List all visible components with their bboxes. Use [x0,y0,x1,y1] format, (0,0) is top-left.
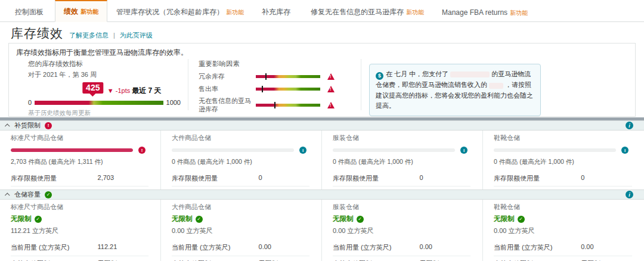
metric-row: 库存限额使用量0 [494,172,632,187]
page-title: 库存绩效 [11,25,63,42]
check-icon: ✓ [35,216,42,223]
ipi-gauge [35,101,163,105]
redacted-amount [450,72,490,77]
factor-slider [256,88,320,91]
gauge-min-label: 0 [28,99,32,106]
unlimited-label: 无限制 [172,215,193,223]
redacted-percent [489,83,503,89]
metric-row: 当前仓储限制无限制 [494,256,632,261]
check-icon: ✓ [357,216,364,223]
column-divider [188,59,188,110]
warning-triangle-icon: ! [327,73,335,80]
check-icon: ✓ [518,216,525,223]
score-delta: ▼ -1pts最近 7 天 [107,85,162,96]
tab-restock-inventory[interactable]: 补充库存 [253,1,302,22]
usage-bar [172,148,294,152]
column-divider [361,59,361,110]
storage-fee-info-box: $在 七月 中，您支付了的亚马逊物流仓储费，即您的亚马逊物流销售收入的，请按照建… [369,64,541,116]
ipi-card: 库存绩效指标用于衡量您管理亚马逊物流库存的效率。 您的库存绩效指标 对于 202… [8,43,636,117]
usage-bar [494,148,616,152]
column-apparel: 服装仓储 i 0 件商品 (最高允许 1,000 件) 库存限额使用量0 最高库… [322,130,483,189]
factor-row: 售出率 ! [199,85,355,94]
column-footwear: 鞋靴仓储 i 0 件商品 (最高允许 1,000 件) 库存限额使用量0 最高库… [483,130,644,189]
info-icon[interactable]: i [626,191,633,198]
column-oversize: 大件商品仓储 i 0 件商品 (最高允许 1,000 件) 库存限额使用量0 最… [161,130,322,189]
metric-row: 当前仓储限制无限制 [333,256,470,261]
volume-value: 0.00 立方英尺 [172,226,309,235]
metric-row: 当前用量 (立方英尺)112.21 [11,240,148,256]
check-icon: ✓ [196,216,203,223]
alert-icon: ! [138,147,145,154]
factors-heading: 重要影响因素 [199,60,355,69]
unlimited-label: 无限制 [494,215,515,223]
column-standard-size: 标准尺寸商品仓储 ! 2,703 件商品 (最高允许 1,311 件) 库存限额… [0,130,161,189]
gauge-max-label: 1000 [166,99,181,106]
volume-value: 0.00 立方英尺 [333,226,470,235]
dollar-circle-icon: $ [376,72,383,80]
unlimited-label: 无限制 [11,215,32,223]
info-icon: i [299,147,306,154]
learn-more-link[interactable]: 了解更多信息 [69,31,109,40]
tab-bar: 控制面板 绩效新功能 管理库存状况（冗余和超龄库存）新功能 补充库存 修复无在售… [0,0,644,22]
info-icon[interactable]: i [626,122,633,129]
metric-row: 当前用量 (立方英尺)0.00 [494,240,632,256]
ipi-description: 库存绩效指标用于衡量您管理亚马逊物流库存的效率。 [16,48,188,58]
slider-marker [274,102,275,108]
unlimited-label: 无限制 [333,215,354,223]
column-oversize: 大件商品仓储 无限制✓ 0.00 立方英尺 当前用量 (立方英尺)0.00 当前… [161,200,322,261]
factor-slider [256,75,320,78]
collapse-caret-icon [5,192,10,197]
tab-dashboard[interactable]: 控制面板 [6,1,55,22]
slider-marker [265,73,267,80]
column-apparel: 服装仓储 无限制✓ 0.00 立方英尺 当前用量 (立方英尺)0.00 当前仓储… [322,200,483,261]
metric-row: 当前用量 (立方英尺)0.00 [333,240,470,256]
volume-value: 112.21 立方英尺 [11,226,148,235]
metric-row: 库存限额使用量2,703 [11,172,148,187]
warning-triangle-icon: ! [327,86,335,92]
factor-slider [256,104,320,107]
metric-row: 库存限额使用量0 [172,172,309,187]
replenishment-columns: 标准尺寸商品仓储 ! 2,703 件商品 (最高允许 1,311 件) 库存限额… [0,130,644,189]
factor-row: 无在售信息的亚马逊库存 ! [199,97,355,114]
tab-manage-fba-returns[interactable]: Manage FBA returns新功能 [433,2,537,22]
check-icon: ✓ [45,191,52,198]
slider-marker [262,86,263,92]
rate-page-link[interactable]: 为此页评级 [120,31,153,40]
delta-down-icon: ▼ -1pts [107,87,130,94]
ipi-score-badge: 425 [82,82,103,94]
page-header: 库存绩效 了解更多信息 | 为此页评级 [11,25,153,42]
factor-row: 冗余库存 ! [199,72,355,81]
column-footwear: 鞋靴仓储 无限制✓ 0.00 立方英尺 当前用量 (立方英尺)0.00 当前仓储… [483,200,644,261]
section-replenishment-header[interactable]: 补货限制 ! i [0,120,644,130]
score-footnote: 基于历史绩效每周更新 [28,109,181,117]
tab-fix-stranded-inventory[interactable]: 修复无在售信息的亚马逊库存新功能 [302,1,433,22]
metric-row: 当前仓储限制无限制 [172,256,309,261]
alert-icon: ! [45,122,52,129]
info-icon: i [460,147,467,154]
link-divider: | [113,32,115,39]
tab-manage-inventory-health[interactable]: 管理库存状况（冗余和超龄库存）新功能 [107,1,253,22]
storage-columns: 标准尺寸商品仓储 无限制✓ 112.21 立方英尺 当前用量 (立方英尺)112… [0,200,644,261]
column-standard-size: 标准尺寸商品仓储 无限制✓ 112.21 立方英尺 当前用量 (立方英尺)112… [0,200,161,261]
metric-row: 当前用量 (立方英尺)0.00 [172,240,309,256]
tab-performance[interactable]: 绩效新功能 [55,0,107,22]
usage-bar [11,148,133,152]
info-icon: i [621,147,628,154]
score-period: 对于 2021 年，第 36 周 [28,70,181,79]
metric-row: 库存限额使用量0 [333,172,470,187]
collapse-caret-icon [5,123,10,128]
usage-bar [333,148,455,152]
warning-triangle-icon: ! [327,102,335,108]
volume-value: 0.00 立方英尺 [494,226,632,235]
metric-row: 当前仓储限制无限制 [11,256,148,261]
score-panel-heading: 您的库存绩效指标 [28,60,181,69]
section-storage-header[interactable]: 仓储容量 ✓ i [0,189,644,200]
